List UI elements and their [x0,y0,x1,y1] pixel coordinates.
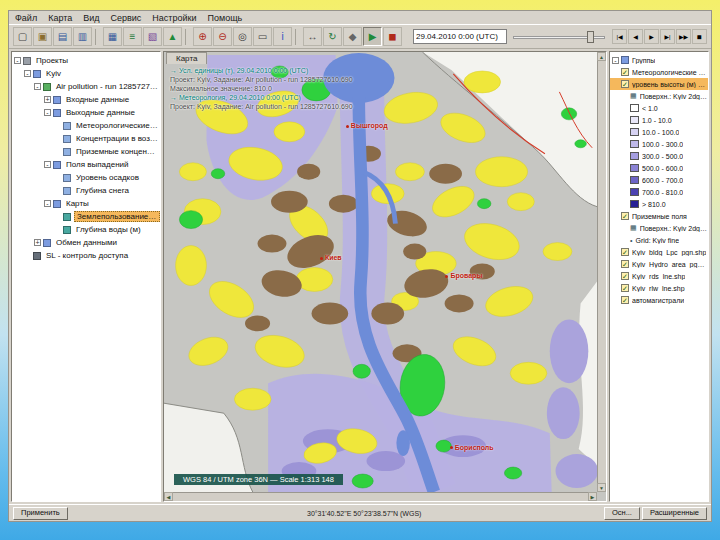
tree-item[interactable]: -Карты [12,197,160,210]
checkbox-icon[interactable]: ✓ [621,80,629,88]
checkbox-icon[interactable]: ✓ [621,272,629,280]
checkbox-icon[interactable]: ✓ [621,68,629,76]
legend-sub-row[interactable]: ▦Поверхн.: Kyiv 2dgs - ck Kyiv [610,90,708,102]
save-button[interactable]: ▤ [53,27,72,46]
legend-bullet-row[interactable]: •Grid: Kyiv fine [610,234,708,246]
tree-item[interactable]: Приземные концентрации [12,145,160,158]
identify-button[interactable]: i [273,27,292,46]
export-button[interactable]: ▥ [73,27,92,46]
open-project-button[interactable]: ▣ [33,27,52,46]
legend-check-row[interactable]: ✓Kyiv_bldg_Lpc_pgn.shp [610,246,708,258]
legend-swatch-row[interactable]: > 810.0 [610,198,708,210]
map-vertical-scrollbar[interactable]: ▲ ▼ [597,52,606,492]
legend-swatch-row[interactable]: 10.0 - 100.0 [610,126,708,138]
animation-play-button[interactable]: ▶ [363,27,382,46]
scroll-down-icon[interactable]: ▼ [597,483,606,492]
tree-item[interactable]: +Обмен данными [12,236,160,249]
tree-item[interactable]: Землепользование (т) [12,210,160,223]
expander-icon[interactable]: - [44,109,51,116]
legend-check-row[interactable]: ✓Метеорологические поля [610,66,708,78]
datetime-input[interactable] [413,29,507,44]
map-horizontal-scrollbar[interactable]: ◀ ▶ [164,492,597,501]
time-slider-thumb[interactable] [587,31,594,43]
refresh-button[interactable]: ↻ [323,27,342,46]
tree-item[interactable]: Глубина снега [12,184,160,197]
checkbox-icon[interactable]: ✓ [621,260,629,268]
scroll-right-icon[interactable]: ▶ [588,492,597,501]
chart-button[interactable]: ▲ [163,27,182,46]
tree-item[interactable]: -Проекты [12,54,160,67]
legend-check-row[interactable]: ✓уровень высоты (м) 97.04.2 [610,78,708,90]
legend-tree[interactable]: -Группы✓Метеорологические поля✓уровень в… [609,51,709,502]
expander-icon[interactable]: + [44,96,51,103]
pan-button[interactable]: ◎ [233,27,252,46]
zoom-out-button[interactable]: ⊖ [213,27,232,46]
tree-item[interactable]: Метеорологические поля [12,119,160,132]
checkbox-icon[interactable]: ✓ [621,296,629,304]
legend-check-row[interactable]: ✓Kyiv_Hydro_area_pgn.shp [610,258,708,270]
legend-swatch-row[interactable]: 100.0 - 300.0 [610,138,708,150]
checkbox-icon[interactable]: ✓ [621,212,629,220]
tree-item[interactable]: -Kyiv [12,67,160,80]
tree-item[interactable]: +Входные данные [12,93,160,106]
select-area-button[interactable]: ▭ [253,27,272,46]
legend-swatch-row[interactable]: 500.0 - 600.0 [610,162,708,174]
play-button[interactable]: ▶ [644,29,659,44]
legend-check-row[interactable]: ✓автомагистрали [610,294,708,306]
prev-frame-button[interactable]: ◀ [628,29,643,44]
project-tree[interactable]: -Проекты-Kyiv-Air pollution - run 128572… [11,51,161,502]
animation-stop-button[interactable]: ◼ [383,27,402,46]
expander-icon[interactable]: - [612,57,619,64]
legend-swatch-row[interactable]: 600.0 - 700.0 [610,174,708,186]
legend-check-row[interactable]: ✓Kyiv_rds_lne.shp [610,270,708,282]
stop-button[interactable]: ◼ [692,29,707,44]
expander-icon[interactable]: - [24,70,31,77]
expander-icon[interactable]: - [14,57,21,64]
menu-item[interactable]: Карта [48,13,72,23]
menu-item[interactable]: Помощь [208,13,243,23]
advanced-tab-button[interactable]: Расширенные [642,507,707,520]
menu-item[interactable]: Вид [83,13,99,23]
fast-forward-button[interactable]: ▶▶ [676,29,691,44]
legend-swatch-row[interactable]: 300.0 - 500.0 [610,150,708,162]
tree-item[interactable]: Глубина воды (м) [12,223,160,236]
scroll-left-icon[interactable]: ◀ [164,492,173,501]
legend-swatch-row[interactable]: 700.0 - 810.0 [610,186,708,198]
checkbox-icon[interactable]: ✓ [621,284,629,292]
next-frame-button[interactable]: ▶| [660,29,675,44]
menu-item[interactable]: Сервис [111,13,142,23]
map-tab[interactable]: Карта [166,52,207,64]
legend-sub-row[interactable]: ▦Поверхн.: Kyiv 2dgs - ck Kyiv [610,222,708,234]
legend-check-row[interactable]: ✓Приземные поля [610,210,708,222]
expander-icon[interactable]: - [34,83,41,90]
tree-item[interactable]: -Поля выпадений [12,158,160,171]
legend-button[interactable]: ▧ [143,27,162,46]
tree-item[interactable]: Уровень осадков [12,171,160,184]
layers-button[interactable]: ≡ [123,27,142,46]
measure-button[interactable]: ↔ [303,27,322,46]
expander-icon[interactable]: - [44,200,51,207]
map-view[interactable]: Карта → Усл. единицы (т), 29.04.2010 0:0… [163,51,607,502]
legend-swatch-row[interactable]: < 1.0 [610,102,708,114]
menu-item[interactable]: Файл [15,13,37,23]
checkbox-icon[interactable]: ✓ [621,248,629,256]
settings-button[interactable]: ◆ [343,27,362,46]
legend-group-row[interactable]: -Группы [610,54,708,66]
zoom-in-button[interactable]: ⊕ [193,27,212,46]
expander-icon[interactable]: - [44,161,51,168]
apply-button[interactable]: Применить [13,507,68,520]
legend-swatch-row[interactable]: 1.0 - 10.0 [610,114,708,126]
time-slider[interactable] [513,29,605,45]
tree-item[interactable]: -Выходные данные [12,106,160,119]
menu-item[interactable]: Настройки [152,13,196,23]
tree-item[interactable]: -Air pollution - run 1285727610.690 [12,80,160,93]
table-view-button[interactable]: ▦ [103,27,122,46]
basic-tab-button[interactable]: Осн... [604,507,640,520]
legend-check-row[interactable]: ✓Kyiv_rlw_lne.shp [610,282,708,294]
tree-item[interactable]: SL - контроль доступа [12,249,160,262]
scroll-up-icon[interactable]: ▲ [597,52,606,61]
first-frame-button[interactable]: |◀ [612,29,627,44]
new-file-button[interactable]: ▢ [13,27,32,46]
tree-item[interactable]: Концентрации в воздухе [12,132,160,145]
expander-icon[interactable]: + [34,239,41,246]
